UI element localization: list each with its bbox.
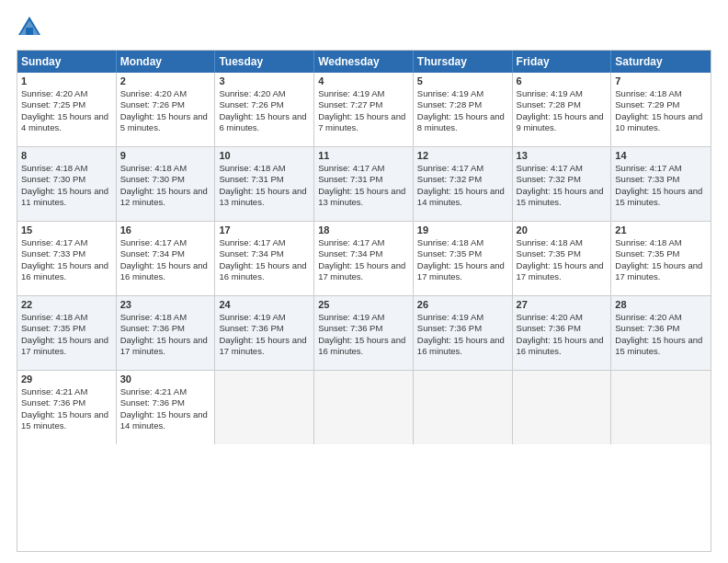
sunset-text: Sunset: 7:31 PM (318, 174, 409, 185)
calendar-cell: 3Sunrise: 4:20 AMSunset: 7:26 PMDaylight… (215, 73, 314, 146)
sunset-text: Sunset: 7:29 PM (615, 99, 707, 110)
calendar-row-4: 22Sunrise: 4:18 AMSunset: 7:35 PMDayligh… (17, 296, 711, 371)
day-number: 1 (21, 75, 112, 86)
sunset-text: Sunset: 7:27 PM (318, 99, 409, 110)
sunset-text: Sunset: 7:35 PM (615, 248, 707, 259)
day-number: 27 (517, 299, 608, 310)
calendar-row-5: 29Sunrise: 4:21 AMSunset: 7:36 PMDayligh… (17, 371, 711, 444)
calendar-cell: 28Sunrise: 4:20 AMSunset: 7:36 PMDayligh… (611, 296, 711, 370)
calendar: Sunday Monday Tuesday Wednesday Thursday… (17, 50, 711, 552)
daylight-text: Daylight: 15 hours and 10 minutes. (615, 111, 707, 134)
calendar-cell: 15Sunrise: 4:17 AMSunset: 7:33 PMDayligh… (17, 222, 117, 295)
sunrise-text: Sunrise: 4:17 AM (120, 237, 211, 248)
sunrise-text: Sunrise: 4:18 AM (219, 163, 310, 174)
calendar-cell: 21Sunrise: 4:18 AMSunset: 7:35 PMDayligh… (611, 222, 711, 295)
calendar-cell: 25Sunrise: 4:19 AMSunset: 7:36 PMDayligh… (314, 296, 414, 370)
day-number: 26 (417, 299, 508, 310)
calendar-cell: 7Sunrise: 4:18 AMSunset: 7:29 PMDaylight… (611, 73, 711, 146)
daylight-text: Daylight: 15 hours and 11 minutes. (21, 186, 112, 209)
day-number: 3 (219, 75, 310, 86)
sunrise-text: Sunrise: 4:19 AM (318, 88, 409, 99)
sunrise-text: Sunrise: 4:18 AM (21, 163, 112, 174)
sunrise-text: Sunrise: 4:20 AM (517, 312, 608, 323)
header-wednesday: Wednesday (314, 51, 414, 73)
sunrise-text: Sunrise: 4:20 AM (615, 312, 707, 323)
sunset-text: Sunset: 7:33 PM (21, 248, 112, 259)
day-number: 7 (615, 75, 707, 86)
calendar-cell: 29Sunrise: 4:21 AMSunset: 7:36 PMDayligh… (17, 371, 117, 444)
day-number: 25 (318, 299, 409, 310)
daylight-text: Daylight: 15 hours and 8 minutes. (417, 111, 508, 134)
calendar-cell: 4Sunrise: 4:19 AMSunset: 7:27 PMDaylight… (314, 73, 414, 146)
sunset-text: Sunset: 7:36 PM (417, 323, 508, 334)
sunrise-text: Sunrise: 4:18 AM (615, 237, 707, 248)
calendar-cell: 13Sunrise: 4:17 AMSunset: 7:32 PMDayligh… (513, 147, 612, 221)
daylight-text: Daylight: 15 hours and 17 minutes. (517, 260, 608, 283)
daylight-text: Daylight: 15 hours and 15 minutes. (615, 186, 707, 209)
day-number: 28 (615, 299, 707, 310)
day-number: 5 (417, 75, 508, 86)
calendar-cell: 14Sunrise: 4:17 AMSunset: 7:33 PMDayligh… (611, 147, 711, 221)
daylight-text: Daylight: 15 hours and 13 minutes. (318, 186, 409, 209)
daylight-text: Daylight: 15 hours and 14 minutes. (417, 186, 508, 209)
sunrise-text: Sunrise: 4:17 AM (615, 163, 707, 174)
sunrise-text: Sunrise: 4:17 AM (219, 237, 310, 248)
day-number: 24 (219, 299, 310, 310)
daylight-text: Daylight: 15 hours and 15 minutes. (21, 409, 112, 432)
sunrise-text: Sunrise: 4:17 AM (318, 237, 409, 248)
sunrise-text: Sunrise: 4:17 AM (318, 163, 409, 174)
calendar-cell: 5Sunrise: 4:19 AMSunset: 7:28 PMDaylight… (414, 73, 513, 146)
calendar-cell (314, 371, 414, 444)
sunset-text: Sunset: 7:32 PM (517, 174, 608, 185)
day-number: 16 (120, 224, 211, 236)
header-friday: Friday (513, 51, 612, 73)
day-number: 17 (219, 224, 310, 236)
svg-rect-2 (26, 28, 33, 35)
page: Sunday Monday Tuesday Wednesday Thursday… (0, 0, 728, 563)
sunrise-text: Sunrise: 4:19 AM (517, 88, 608, 99)
header-tuesday: Tuesday (215, 51, 314, 73)
calendar-header: Sunday Monday Tuesday Wednesday Thursday… (17, 51, 711, 73)
sunset-text: Sunset: 7:35 PM (517, 248, 608, 259)
calendar-cell (215, 371, 314, 444)
day-number: 30 (120, 373, 211, 385)
sunset-text: Sunset: 7:36 PM (120, 323, 211, 334)
sunset-text: Sunset: 7:35 PM (21, 323, 112, 334)
sunrise-text: Sunrise: 4:18 AM (120, 163, 211, 174)
sunrise-text: Sunrise: 4:19 AM (417, 88, 508, 99)
day-number: 18 (318, 224, 409, 236)
header-thursday: Thursday (414, 51, 513, 73)
sunrise-text: Sunrise: 4:19 AM (318, 312, 409, 323)
sunrise-text: Sunrise: 4:18 AM (21, 312, 112, 323)
day-number: 8 (21, 150, 112, 161)
calendar-cell (611, 371, 711, 444)
day-number: 23 (120, 299, 211, 310)
sunset-text: Sunset: 7:28 PM (517, 99, 608, 110)
sunset-text: Sunset: 7:36 PM (517, 323, 608, 334)
calendar-cell: 24Sunrise: 4:19 AMSunset: 7:36 PMDayligh… (215, 296, 314, 370)
calendar-cell: 11Sunrise: 4:17 AMSunset: 7:31 PMDayligh… (314, 147, 414, 221)
sunrise-text: Sunrise: 4:18 AM (517, 237, 608, 248)
day-number: 6 (517, 75, 608, 86)
sunset-text: Sunset: 7:30 PM (120, 174, 211, 185)
sunrise-text: Sunrise: 4:18 AM (417, 237, 508, 248)
header-monday: Monday (117, 51, 216, 73)
daylight-text: Daylight: 15 hours and 17 minutes. (615, 260, 707, 283)
daylight-text: Daylight: 15 hours and 15 minutes. (517, 186, 608, 209)
header-sunday: Sunday (17, 51, 117, 73)
day-number: 10 (219, 150, 310, 161)
day-number: 21 (615, 224, 707, 236)
calendar-cell: 27Sunrise: 4:20 AMSunset: 7:36 PMDayligh… (513, 296, 612, 370)
calendar-row-1: 1Sunrise: 4:20 AMSunset: 7:25 PMDaylight… (17, 73, 711, 147)
daylight-text: Daylight: 15 hours and 16 minutes. (417, 335, 508, 358)
sunset-text: Sunset: 7:30 PM (21, 174, 112, 185)
sunrise-text: Sunrise: 4:17 AM (517, 163, 608, 174)
daylight-text: Daylight: 15 hours and 14 minutes. (120, 409, 211, 432)
sunrise-text: Sunrise: 4:19 AM (417, 312, 508, 323)
daylight-text: Daylight: 15 hours and 17 minutes. (318, 260, 409, 283)
daylight-text: Daylight: 15 hours and 16 minutes. (120, 260, 211, 283)
sunset-text: Sunset: 7:34 PM (219, 248, 310, 259)
sunrise-text: Sunrise: 4:18 AM (120, 312, 211, 323)
sunset-text: Sunset: 7:35 PM (417, 248, 508, 259)
sunrise-text: Sunrise: 4:21 AM (120, 386, 211, 397)
